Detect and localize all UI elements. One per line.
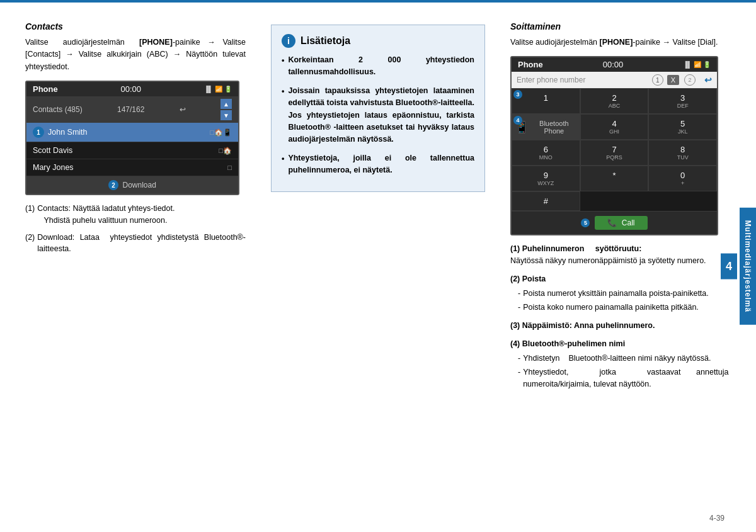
key-8[interactable]: 8 TUV [648, 140, 717, 166]
scroll-down: ▼ [220, 110, 232, 120]
bullet-item-3: • Yhteystietoja, joilla ei ole tallennet… [282, 152, 474, 177]
contacts-num-item-1: (1) Contacts: Näyttää ladatut yhteys-tie… [25, 203, 246, 227]
dial-header: Phone 00:00 ▐▌ 📶 🔋 [512, 57, 717, 72]
num-text-2: Download: Lataa yhteystiedot yhdistetyst… [37, 232, 246, 256]
dial-num-1: (1) Puhelinnumeron syöttöruutu: [510, 244, 641, 253]
dial-num-3: (3) Näppäimistö: Anna puhelinnumero. [510, 321, 655, 330]
chapter-label: Multimediajärjestelmä [740, 207, 756, 324]
dial-title: Soittaminen [510, 21, 731, 31]
phone-label: Phone [33, 84, 58, 94]
bullet-dot-2: • [282, 86, 284, 146]
dash-4-1: - Yhdistetyn Bluetooth®-laitteen nimi nä… [518, 353, 731, 365]
dial-call-row: 5 📞 Call [512, 211, 717, 234]
dash-2-2: - Poista koko numero painamalla painiket… [518, 302, 731, 314]
dash-list-2: - Poista numerot yksittäin painamalla po… [510, 288, 731, 314]
bullet-item-1: • Korkeintaan 2 000 yhteystiedon tallenn… [282, 54, 474, 79]
dash-4-1-icon: - [518, 353, 520, 365]
info-icon: i [282, 34, 295, 48]
dial-section: Soittaminen Valitse audiojärjestelmän [P… [504, 21, 731, 519]
call-label: Call [622, 218, 635, 227]
dash-2-2-icon: - [518, 302, 520, 314]
contact-name-3: Mary Jones [33, 163, 227, 172]
bullet-item-2: • Joissain tapauksissa yhteystietojen la… [282, 85, 474, 146]
scroll-up: ▲ [220, 99, 232, 109]
dial-status-icons: ▐▌ 📶 🔋 [683, 61, 711, 68]
dash-2-1-icon: - [518, 288, 520, 300]
key-hash[interactable]: # [512, 191, 580, 211]
scroll-arrows: ▲ ▼ [220, 99, 232, 120]
dial-num-item-2: (2) Poista - Poista numerot yksittäin pa… [510, 273, 731, 314]
contact-icons-1: □🏠📱 [210, 128, 232, 137]
dial-num-item-4: (4) Bluetooth®-puhelimen nimi - Yhdistet… [510, 338, 731, 390]
dial-time: 00:00 [603, 60, 624, 69]
dial-input-badge-1: 1 [652, 74, 663, 86]
key-star[interactable]: * [580, 166, 649, 191]
bullet-text-2: Joissain tapauksissa yhteystietojen lata… [288, 85, 474, 146]
call-button[interactable]: 📞 Call [595, 216, 647, 230]
bullet-list: • Korkeintaan 2 000 yhteystiedon tallenn… [282, 54, 474, 176]
chapter-number: 4 [721, 253, 737, 279]
dial-num-item-1: (1) Puhelinnumeron syöttöruutu: Näytössä… [510, 243, 731, 267]
info-box-title: Lisätietoja [301, 35, 350, 47]
key-4[interactable]: 4 GHI [580, 114, 649, 140]
key-5[interactable]: 5 JKL [648, 114, 717, 140]
key-1[interactable]: 3 1 [512, 88, 580, 114]
key-6[interactable]: 6 MNO [512, 140, 580, 166]
contact-badge-1: 1 [33, 127, 44, 138]
phone-header: Phone 00:00 ▐▌📶🔋 [26, 82, 238, 96]
dial-num-list: (1) Puhelinnumeron syöttöruutu: Näytössä… [510, 243, 731, 390]
download-badge: 2 [108, 180, 118, 190]
dial-back-button[interactable]: ↩ [704, 75, 712, 85]
phone-status-icons: ▐▌📶🔋 [204, 86, 232, 93]
contacts-back-icon: ↩ [180, 105, 186, 114]
key-0[interactable]: 0 + [648, 166, 717, 191]
dash-4-1-text: Yhdistetyn Bluetooth®-laitteen nimi näky… [523, 353, 711, 365]
dash-2-1-text: Poista numerot yksittäin painamalla pois… [523, 288, 709, 300]
bullet-dot-1: • [282, 55, 284, 79]
dial-num-4: (4) Bluetooth®-puhelimen nimi [510, 339, 625, 348]
dial-body: Valitse audiojärjestelmän [PHONE]-painik… [510, 37, 731, 48]
dash-4-2-text: Yhteystiedot, jotka vastaavat annettuja … [523, 366, 731, 390]
num-label-1: (1) [25, 203, 35, 227]
dial-input-row: Enter phone number 1 X 2 ↩ [512, 72, 717, 88]
phone-time: 00:00 [121, 84, 142, 94]
contact-name-1: John Smith [44, 128, 210, 137]
num-label-2: (2) [25, 232, 35, 256]
call-badge-5: 5 [581, 218, 590, 227]
key-7[interactable]: 7 PQRS [580, 140, 649, 166]
key-9[interactable]: 9 WXYZ [512, 166, 580, 191]
dash-2-2-text: Poista koko numero painamalla painiketta… [523, 302, 699, 314]
contacts-page: 147/162 [117, 105, 144, 114]
keypad-grid: 3 1 2 ABC 3 DEF 4 📱 Bluetooth Phone 4 GH… [512, 88, 717, 211]
info-section: i Lisätietoja • Korkeintaan 2 000 yhteys… [265, 21, 504, 519]
contact-row-2: Scott Davis □🏠 [26, 142, 238, 159]
bullet-text-1: Korkeintaan 2 000 yhteystiedon tallennus… [288, 54, 474, 79]
contact-name-2: Scott Davis [33, 146, 219, 155]
dial-num-2: (2) Poista [510, 274, 546, 283]
contacts-phone-mockup: Phone 00:00 ▐▌📶🔋 Contacts (485) 147/162 … [25, 81, 239, 195]
info-box-header: i Lisätietoja [282, 34, 474, 48]
bullet-dot-3: • [282, 153, 284, 177]
dash-4-2: - Yhteystiedot, jotka vastaavat annettuj… [518, 366, 731, 390]
download-label: Download [122, 181, 156, 190]
dial-delete-badge-2: 2 [684, 74, 696, 86]
contacts-title: Contacts [25, 21, 246, 31]
key-3[interactable]: 3 DEF [648, 88, 717, 114]
info-box: i Lisätietoja • Korkeintaan 2 000 yhteys… [271, 25, 485, 192]
contact-icons-3: □ [227, 164, 232, 171]
dial-phone-mockup: Phone 00:00 ▐▌ 📶 🔋 Enter phone number 1 … [510, 56, 718, 235]
contacts-num-list: (1) Contacts: Näyttää ladatut yhteys-tie… [25, 203, 246, 255]
key-bluetooth[interactable]: 4 📱 Bluetooth Phone [512, 114, 580, 140]
keypad-badge-3: 3 [513, 90, 522, 99]
download-bar: 2 Download [26, 176, 238, 194]
dial-num-item-3: (3) Näppäimistö: Anna puhelinnumero. [510, 320, 731, 332]
dial-delete-button[interactable]: X [667, 75, 679, 85]
dash-4-2-icon: - [518, 366, 520, 390]
key-2[interactable]: 2 ABC [580, 88, 649, 114]
contacts-count-label: Contacts (485) [33, 105, 83, 114]
dash-2-1: - Poista numerot yksittäin painamalla po… [518, 288, 731, 300]
bullet-text-3: Yhteystietoja, joilla ei ole tallennettu… [288, 152, 474, 177]
contacts-num-item-2: (2) Download: Lataa yhteystiedot yhdiste… [25, 232, 246, 256]
page-number: 4-39 [709, 514, 724, 523]
contacts-body: Valitse audiojärjestelmän [PHONE]-painik… [25, 37, 246, 73]
